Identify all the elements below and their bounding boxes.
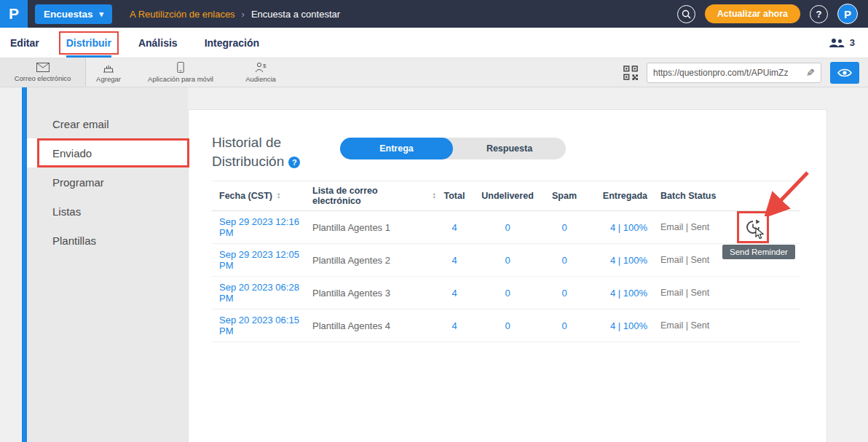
sidebar-item-label: Plantillas bbox=[52, 234, 96, 247]
app-logo[interactable]: P bbox=[0, 0, 28, 28]
row-total: 4 bbox=[436, 255, 473, 266]
row-delivered: 4 | 100% bbox=[586, 222, 659, 233]
tab-analisis[interactable]: Análisis bbox=[138, 28, 178, 58]
row-list-name: Plantilla Agentes 3 bbox=[307, 288, 436, 299]
distribution-table: Fecha (CST) ▲▼ Lista de correo electróni… bbox=[212, 181, 800, 342]
audience-icon: $ bbox=[255, 62, 267, 73]
sidebar-item-label: Listas bbox=[52, 205, 81, 218]
agregar-icon bbox=[103, 63, 114, 73]
card-header: Historial de Distribución? Entrega Respu… bbox=[189, 110, 826, 170]
toggle-entrega[interactable]: Entrega bbox=[340, 138, 453, 159]
breadcrumb-parent-link[interactable]: A Reutilizción de enlaces bbox=[130, 9, 235, 20]
row-batch-status: Email | Sent bbox=[659, 222, 739, 232]
row-spam: 0 bbox=[542, 320, 586, 331]
surveys-dropdown-button[interactable]: Encuestas ▾ bbox=[35, 4, 112, 24]
channel-email-label: Correo electrónico bbox=[15, 74, 71, 82]
tab-analisis-label: Análisis bbox=[138, 37, 178, 49]
row-date-link[interactable]: Sep 29 2023 12:16 PM bbox=[212, 216, 307, 238]
delivery-response-toggle: Entrega Respuesta bbox=[340, 138, 566, 159]
nav-tab-bar: Editar Distribuir Análisis Integración 3 bbox=[0, 28, 868, 58]
breadcrumb-current: Encuesta a contestar bbox=[251, 9, 340, 20]
row-list-name: Plantilla Agentes 1 bbox=[307, 222, 436, 233]
page-title-line1: Historial de bbox=[212, 135, 281, 150]
channel-mobile-app[interactable]: Aplicación para móvil bbox=[131, 58, 230, 87]
header-fecha-label: Fecha (CST) bbox=[219, 191, 272, 201]
row-delivered: 4 | 100% bbox=[586, 255, 659, 266]
header-fecha[interactable]: Fecha (CST) ▲▼ bbox=[212, 191, 307, 201]
search-icon bbox=[682, 9, 691, 19]
table-row: Sep 20 2023 06:28 PM Plantilla Agentes 3… bbox=[212, 277, 800, 309]
breadcrumb: A Reutilizción de enlaces › Encuesta a c… bbox=[130, 9, 340, 20]
edit-pencil-icon[interactable]: ✎ bbox=[806, 67, 815, 79]
row-date-link[interactable]: Sep 20 2023 06:15 PM bbox=[212, 315, 307, 336]
breadcrumb-separator: › bbox=[242, 9, 245, 20]
sidebar-item-plantillas[interactable]: Plantillas bbox=[27, 226, 188, 255]
surveys-dropdown-label: Encuestas bbox=[44, 9, 93, 20]
row-total: 4 bbox=[436, 320, 473, 331]
channel-audience[interactable]: $ Audiencia bbox=[230, 58, 291, 87]
header-lista[interactable]: Lista de correo electrónico ▲▼ bbox=[307, 186, 436, 206]
send-reminder-tooltip: Send Reminder bbox=[722, 245, 795, 259]
qr-code-icon bbox=[623, 66, 638, 80]
sidebar-item-listas[interactable]: Listas bbox=[27, 197, 188, 226]
top-bar: P Encuestas ▾ A Reutilizción de enlaces … bbox=[0, 0, 868, 28]
page-title-line2: Distribución bbox=[212, 154, 284, 169]
distribution-toolbar: Correo electrónico Agregar Aplicación pa… bbox=[0, 58, 868, 87]
header-total: Total bbox=[436, 191, 473, 201]
row-spam: 0 bbox=[542, 255, 586, 266]
table-row: Sep 29 2023 12:05 PM Plantilla Agentes 2… bbox=[212, 244, 800, 277]
sidebar-item-enviado[interactable]: Enviado bbox=[27, 138, 188, 167]
qr-code-button[interactable] bbox=[623, 66, 638, 80]
update-now-button[interactable]: Actualizar ahora bbox=[705, 4, 800, 23]
toggle-respuesta[interactable]: Respuesta bbox=[453, 138, 566, 159]
eye-icon bbox=[837, 68, 852, 78]
tab-distribuir-label: Distribuir bbox=[66, 37, 111, 49]
search-button[interactable] bbox=[677, 5, 695, 23]
channel-agregar[interactable]: Agregar bbox=[86, 58, 131, 87]
header-undelivered: Undelivered bbox=[473, 191, 542, 201]
sidebar-item-crear-email[interactable]: Crear email bbox=[27, 109, 188, 138]
header-batch-status: Batch Status bbox=[659, 191, 739, 201]
collaborators-button[interactable]: 3 bbox=[829, 28, 868, 58]
survey-url-field[interactable]: https://questionpro.com/t/APUimZz ✎ bbox=[647, 63, 821, 83]
row-total: 4 bbox=[436, 222, 473, 233]
question-mark-icon: ? bbox=[816, 9, 822, 20]
mobile-icon bbox=[177, 62, 184, 73]
sidebar-item-label: Enviado bbox=[52, 147, 92, 159]
channel-mobile-label: Aplicación para móvil bbox=[148, 75, 213, 83]
svg-text:$: $ bbox=[263, 63, 267, 69]
title-help-icon[interactable]: ? bbox=[288, 157, 300, 168]
help-button[interactable]: ? bbox=[810, 5, 828, 23]
email-sidebar: Crear email Enviado Programar Listas Pla… bbox=[27, 87, 188, 442]
row-date-link[interactable]: Sep 20 2023 06:28 PM bbox=[212, 282, 307, 304]
chevron-down-icon: ▾ bbox=[100, 9, 104, 19]
table-row: Sep 29 2023 12:16 PM Plantilla Agentes 1… bbox=[212, 211, 800, 244]
tab-editar[interactable]: Editar bbox=[10, 28, 39, 58]
sidebar-item-label: Programar bbox=[52, 176, 104, 189]
send-reminder-button[interactable] bbox=[741, 215, 765, 240]
preview-button[interactable] bbox=[830, 62, 859, 84]
row-delivered: 4 | 100% bbox=[586, 320, 659, 331]
row-date-link[interactable]: Sep 29 2023 12:05 PM bbox=[212, 249, 307, 271]
send-reminder-icon bbox=[745, 219, 761, 235]
left-accent-strip bbox=[22, 87, 27, 442]
topbar-right-group: Actualizar ahora ? P bbox=[677, 4, 868, 24]
tab-distribuir[interactable]: Distribuir bbox=[66, 28, 111, 58]
row-actions: Send Reminder bbox=[739, 215, 800, 240]
tab-integracion[interactable]: Integración bbox=[205, 28, 259, 58]
row-undelivered: 0 bbox=[473, 288, 542, 299]
channel-email[interactable]: Correo electrónico bbox=[0, 58, 86, 87]
people-icon bbox=[829, 38, 845, 48]
channel-agregar-label: Agregar bbox=[96, 75, 121, 83]
account-avatar[interactable]: P bbox=[837, 4, 858, 24]
row-spam: 0 bbox=[542, 222, 586, 233]
tab-integracion-label: Integración bbox=[205, 37, 259, 49]
sidebar-item-programar[interactable]: Programar bbox=[27, 167, 188, 197]
row-list-name: Plantilla Agentes 4 bbox=[307, 320, 436, 331]
row-undelivered: 0 bbox=[473, 255, 542, 266]
header-spam: Spam bbox=[542, 191, 586, 201]
table-row: Sep 20 2023 06:15 PM Plantilla Agentes 4… bbox=[212, 309, 800, 342]
avatar-letter: P bbox=[844, 8, 851, 20]
page-title: Historial de Distribución? bbox=[212, 133, 318, 170]
distribution-history-card: Historial de Distribución? Entrega Respu… bbox=[188, 109, 827, 442]
